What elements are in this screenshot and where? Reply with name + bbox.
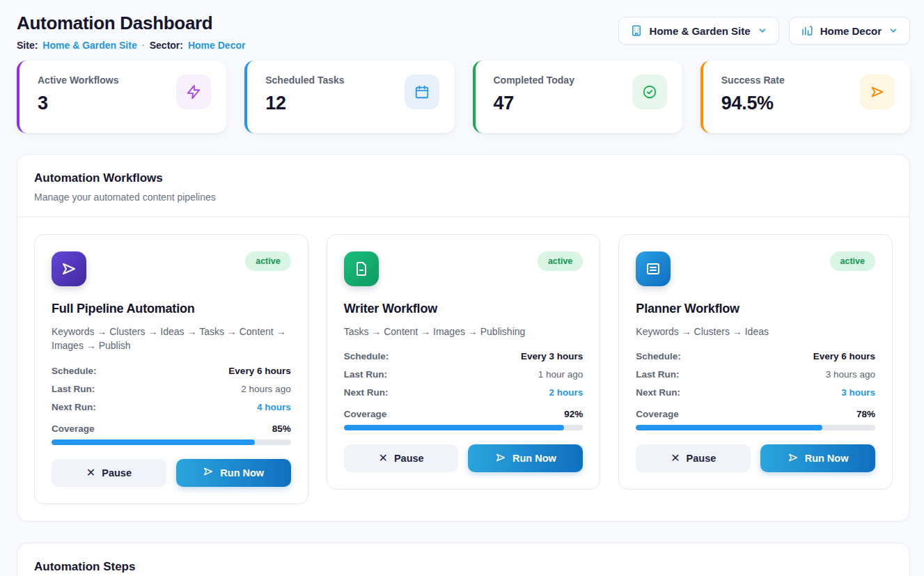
next-run-value: 4 hours xyxy=(257,402,291,412)
pause-button[interactable]: ✕ Pause xyxy=(636,444,751,472)
chevron-down-icon xyxy=(758,26,767,36)
coverage-progress-track xyxy=(52,439,291,445)
separator-dot: · xyxy=(142,40,145,50)
header-dropdowns: Home & Garden Site Home Decor xyxy=(618,17,910,45)
workflow-card-full-pipeline: active Full Pipeline Automation Keywords… xyxy=(34,234,308,504)
pause-button-label: Pause xyxy=(687,453,717,464)
document-icon xyxy=(344,251,379,286)
send-icon xyxy=(860,75,895,109)
check-circle-icon xyxy=(632,75,667,109)
automation-workflows-section: Automation Workflows Manage your automat… xyxy=(17,154,910,522)
coverage-progress-fill xyxy=(52,439,255,445)
run-now-button-label: Run Now xyxy=(805,453,849,464)
next-run-row: Next Run: 4 hours xyxy=(52,402,291,412)
pause-button[interactable]: ✕ Pause xyxy=(52,459,166,487)
send-icon xyxy=(495,452,506,465)
last-run-row: Last Run: 2 hours ago xyxy=(52,384,291,394)
breadcrumb: Site: Home & Garden Site · Sector: Home … xyxy=(17,40,245,51)
calendar-icon xyxy=(405,75,439,109)
pause-button[interactable]: ✕ Pause xyxy=(344,444,459,472)
workflow-title: Full Pipeline Automation xyxy=(52,302,291,316)
workflow-card-planner: active Planner Workflow Keywords → Clust… xyxy=(618,234,893,490)
workflow-actions: ✕ Pause Run Now xyxy=(52,459,291,487)
send-icon xyxy=(203,466,214,479)
last-run-value: 1 hour ago xyxy=(538,369,584,380)
run-now-button[interactable]: Run Now xyxy=(468,444,583,472)
pause-button-label: Pause xyxy=(394,453,424,464)
last-run-label: Last Run: xyxy=(52,384,95,394)
sector-link[interactable]: Home Decor xyxy=(188,40,245,51)
workflows-section-body: active Full Pipeline Automation Keywords… xyxy=(17,217,909,521)
last-run-value: 2 hours ago xyxy=(241,384,290,394)
close-icon: ✕ xyxy=(86,467,95,478)
site-selector-label: Home & Garden Site xyxy=(650,25,751,37)
workflow-card-top: active xyxy=(52,251,291,286)
workflow-cards-grid: active Full Pipeline Automation Keywords… xyxy=(34,234,893,504)
list-icon xyxy=(636,251,671,286)
sector-selector-label: Home Decor xyxy=(820,25,882,37)
pause-button-label: Pause xyxy=(102,467,132,478)
schedule-value: Every 6 hours xyxy=(813,351,875,361)
last-run-row: Last Run: 1 hour ago xyxy=(344,369,584,380)
stat-label: Active Workflows xyxy=(38,75,118,86)
coverage-progress-track xyxy=(636,425,875,430)
coverage-value: 78% xyxy=(856,409,875,419)
stat-label: Scheduled Tasks xyxy=(265,75,344,86)
stat-value: 12 xyxy=(265,93,344,114)
workflows-section-header: Automation Workflows Manage your automat… xyxy=(17,155,909,217)
stat-text: Scheduled Tasks 12 xyxy=(265,75,344,114)
stat-label: Completed Today xyxy=(494,75,574,86)
workflows-section-subtitle: Manage your automated content pipelines xyxy=(34,192,893,203)
run-now-button[interactable]: Run Now xyxy=(176,459,291,487)
close-icon: ✕ xyxy=(379,453,388,464)
run-now-button[interactable]: Run Now xyxy=(760,444,875,472)
send-icon xyxy=(52,251,86,286)
next-run-label: Next Run: xyxy=(52,402,96,412)
coverage-row: Coverage 85% xyxy=(52,423,291,434)
coverage-value: 85% xyxy=(272,423,291,434)
schedule-label: Schedule: xyxy=(52,366,97,376)
run-now-button-label: Run Now xyxy=(512,453,556,464)
coverage-row: Coverage 92% xyxy=(344,409,584,419)
workflows-section-title: Automation Workflows xyxy=(34,171,893,185)
status-badge: active xyxy=(538,251,583,271)
stat-value: 3 xyxy=(38,93,118,114)
status-badge: active xyxy=(245,251,290,271)
stat-value: 47 xyxy=(494,93,574,114)
sector-label: Sector: xyxy=(150,40,183,51)
coverage-progress-fill xyxy=(636,425,822,430)
site-selector-dropdown[interactable]: Home & Garden Site xyxy=(618,17,779,45)
coverage-row: Coverage 78% xyxy=(636,409,875,419)
bar-chart-icon xyxy=(801,24,813,37)
stats-row: Active Workflows 3 Scheduled Tasks 12 Co… xyxy=(17,61,910,133)
stat-text: Completed Today 47 xyxy=(494,75,574,114)
header-left: Automation Dashboard Site: Home & Garden… xyxy=(17,13,245,51)
workflow-description: Keywords → Clusters → Ideas xyxy=(636,325,875,338)
workflow-card-writer: active Writer Workflow Tasks → Content →… xyxy=(327,234,601,490)
sector-selector-dropdown[interactable]: Home Decor xyxy=(789,17,910,45)
workflow-title: Planner Workflow xyxy=(636,302,875,316)
coverage-progress-fill xyxy=(344,425,564,430)
schedule-row: Schedule: Every 6 hours xyxy=(636,351,875,361)
workflow-actions: ✕ Pause Run Now xyxy=(344,444,584,472)
close-icon: ✕ xyxy=(671,453,680,464)
next-run-value: 3 hours xyxy=(841,387,875,398)
coverage-value: 92% xyxy=(564,409,583,419)
schedule-row: Schedule: Every 6 hours xyxy=(52,366,291,376)
coverage-progress-track xyxy=(344,425,584,430)
workflow-description: Keywords → Clusters → Ideas → Tasks → Co… xyxy=(52,325,291,353)
next-run-row: Next Run: 3 hours xyxy=(636,387,875,398)
last-run-label: Last Run: xyxy=(636,369,679,380)
schedule-label: Schedule: xyxy=(636,351,681,361)
stat-card-success-rate: Success Rate 94.5% xyxy=(700,61,910,133)
workflow-description: Tasks → Content → Images → Publishing xyxy=(344,325,584,338)
stat-text: Active Workflows 3 xyxy=(38,75,118,114)
automation-steps-section: Automation Steps Configure which steps a… xyxy=(17,543,910,576)
page-title: Automation Dashboard xyxy=(17,13,245,34)
workflow-actions: ✕ Pause Run Now xyxy=(636,444,875,472)
site-link[interactable]: Home & Garden Site xyxy=(42,40,136,51)
status-badge: active xyxy=(830,251,875,271)
schedule-value: Every 3 hours xyxy=(521,351,583,361)
stat-card-completed-today: Completed Today 47 xyxy=(473,61,682,133)
workflow-title: Writer Workflow xyxy=(344,302,584,316)
